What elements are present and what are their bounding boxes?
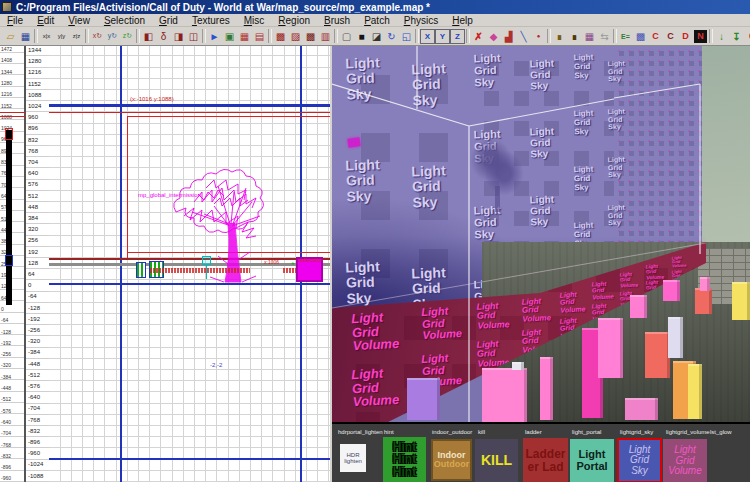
flip-z-icon[interactable]: z|z xyxy=(69,29,84,44)
nudge-arrows-icon[interactable]: ⇆ xyxy=(597,29,612,44)
rotate-brush-icon[interactable]: δ xyxy=(156,29,171,44)
2d-ruler-number: 960 xyxy=(28,114,38,121)
brush-box xyxy=(598,318,623,378)
flip-brush-v-icon[interactable]: ◨ xyxy=(171,29,186,44)
entity-list-icon[interactable]: E= xyxy=(618,29,633,44)
texture-swatch-hint[interactable]: HintHintHint xyxy=(383,437,426,482)
3d-view[interactable]: Light Grid SkyLight Grid SkyLight Grid S… xyxy=(332,46,750,422)
texture-window-icon[interactable]: ▩ xyxy=(633,29,648,44)
compile-fast-icon[interactable]: ▩ xyxy=(303,29,318,44)
sky-texture-text: Light Grid Sky xyxy=(608,60,626,84)
spawn-entity-box xyxy=(136,262,146,278)
sky-texture-text: Light Grid Sky xyxy=(608,108,626,132)
detail-icon[interactable]: D xyxy=(678,29,693,44)
z-window[interactable]: 1472140813441280121611521088102496089683… xyxy=(0,46,26,482)
grid-snap-icon[interactable]: ▤ xyxy=(252,29,267,44)
menu-textures[interactable]: Textures xyxy=(185,14,237,27)
cursor-coords-label: (x:-1016 y:1088) xyxy=(130,96,174,102)
draw-line-icon[interactable]: ╲ xyxy=(516,29,531,44)
deselect-icon[interactable]: ► xyxy=(207,29,222,44)
texture-swatch-text: lighten xyxy=(344,458,362,464)
lock-y-icon[interactable]: Y xyxy=(435,29,450,44)
texture-label-ladder: ladder xyxy=(525,429,542,435)
sky-texture-text: Light Grid Sky xyxy=(529,126,555,160)
save-file-icon[interactable]: ▦ xyxy=(18,29,33,44)
probe-coord-label: x:1006 xyxy=(264,259,279,265)
brush-box xyxy=(668,317,683,358)
texture-lock-icon[interactable]: ∎ xyxy=(552,29,567,44)
menu-region[interactable]: Region xyxy=(271,14,317,27)
menu-file[interactable]: File xyxy=(0,14,30,27)
menu-brush[interactable]: Brush xyxy=(317,14,357,27)
lock-x-icon[interactable]: X xyxy=(420,29,435,44)
menu-help[interactable]: Help xyxy=(445,14,480,27)
grid-toggle-icon[interactable]: ▦ xyxy=(237,29,252,44)
menu-patch[interactable]: Patch xyxy=(357,14,397,27)
z-camera-marker xyxy=(5,255,13,266)
2d-grid-view[interactable]: + (x:-1016 y:1088) mp_global_intermissio… xyxy=(26,46,330,482)
sky-texture-text: Light Grid Sky xyxy=(345,259,381,306)
drop-floor-icon[interactable]: ↧ xyxy=(729,29,744,44)
menu-misc[interactable]: Misc xyxy=(237,14,272,27)
texture-swatch-kill[interactable]: KILL xyxy=(475,439,518,482)
lock-z-icon[interactable]: Z xyxy=(450,29,465,44)
texture-swatch-indoor_outdoor[interactable]: IndoorOutdoor xyxy=(431,439,472,481)
rotate-x-icon[interactable]: x↻ xyxy=(90,29,105,44)
textured-view-icon[interactable]: ■ xyxy=(354,29,369,44)
2d-ruler-number: 64 xyxy=(28,271,35,278)
rotation-lock-icon[interactable]: ∎ xyxy=(567,29,582,44)
texture-label-hdrportal_lighten: hdrportal_lighten xyxy=(338,429,383,435)
brush-box xyxy=(688,364,702,419)
checker-clear-icon[interactable]: ▦ xyxy=(582,29,597,44)
no-curve-icon[interactable]: C xyxy=(663,29,678,44)
vertex-gem-icon[interactable]: ◆ xyxy=(486,29,501,44)
menu-edit[interactable]: Edit xyxy=(30,14,61,27)
menu-view[interactable]: View xyxy=(61,14,97,27)
volume-texture-text: Light Grid Volume xyxy=(592,280,614,300)
flip-y-icon[interactable]: y|y xyxy=(54,29,69,44)
drop-entity-icon[interactable]: ◱ xyxy=(399,29,414,44)
delete-icon[interactable]: ✗ xyxy=(471,29,486,44)
texture-swatch-light_portal[interactable]: LightPortal xyxy=(570,439,614,482)
hollow-icon[interactable]: ▢ xyxy=(339,29,354,44)
2d-ruler-number: -704 xyxy=(28,405,40,412)
nodraw-icon[interactable]: N xyxy=(693,29,708,44)
texture-swatch-ladder[interactable]: Ladderer Lad xyxy=(523,438,568,482)
mirror-brush-icon[interactable]: ◫ xyxy=(186,29,201,44)
compile-full-icon[interactable]: ▥ xyxy=(318,29,333,44)
menu-physics[interactable]: Physics xyxy=(397,14,445,27)
drop-down-icon[interactable]: ↓ xyxy=(714,29,729,44)
toolbar-separator xyxy=(34,29,38,43)
compile-bsp-icon[interactable]: ▩ xyxy=(273,29,288,44)
clone-icon[interactable]: ▣ xyxy=(222,29,237,44)
flip-x-icon[interactable]: x|x xyxy=(39,29,54,44)
open-file-icon[interactable]: ▱ xyxy=(3,29,18,44)
texture-swatch-hdrportal_lighten[interactable]: HDRlighten xyxy=(340,444,366,472)
texture-swatch-lightgrid_volume[interactable]: LightGridVolume xyxy=(663,439,707,482)
menu-grid[interactable]: Grid xyxy=(152,14,185,27)
flip-brush-h-icon[interactable]: ◧ xyxy=(141,29,156,44)
toolbar-separator xyxy=(334,29,338,43)
point-mark-icon[interactable]: ● xyxy=(531,29,546,44)
z-ruler-number: 1344 xyxy=(1,69,12,75)
rotate-z-icon[interactable]: z↻ xyxy=(120,29,135,44)
z-ruler-number: 1280 xyxy=(1,80,12,86)
2d-ruler-number: 1024 xyxy=(28,103,41,110)
select-partial-icon[interactable]: ◪ xyxy=(369,29,384,44)
texture-swatch-lightgrid_sky[interactable]: LightGridSky xyxy=(617,438,662,482)
title-bar[interactable]: C:/Program Files/Activision/Call of Duty… xyxy=(0,0,750,14)
refresh-icon[interactable]: ↻ xyxy=(384,29,399,44)
volume-texture-text: Light Grid Volume xyxy=(421,305,462,342)
texture-palette[interactable]: lst_glow hdrportal_lightenHDRlightenhint… xyxy=(332,422,750,482)
2d-ruler-number: -1088 xyxy=(28,473,43,480)
compile-light-icon[interactable]: ▨ xyxy=(288,29,303,44)
rotate-y-icon[interactable]: y↻ xyxy=(105,29,120,44)
curve-icon[interactable]: C xyxy=(648,29,663,44)
2d-ruler-number: 896 xyxy=(28,125,38,132)
clipper-icon[interactable]: ▟ xyxy=(501,29,516,44)
menu-selection[interactable]: Selection xyxy=(97,14,152,27)
zero-gravity-icon[interactable]: 0 xyxy=(744,29,750,44)
z-ruler-number: -640 xyxy=(1,419,11,425)
2d-ruler-number: -576 xyxy=(28,383,40,390)
brush-box xyxy=(512,362,524,370)
